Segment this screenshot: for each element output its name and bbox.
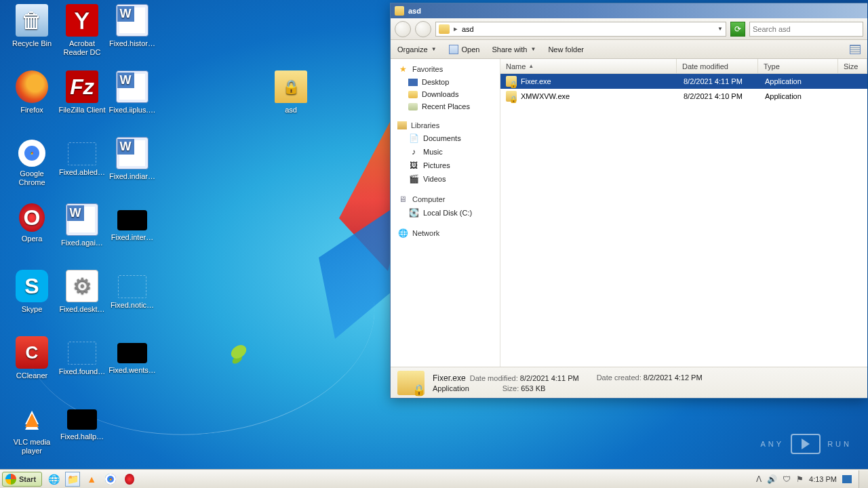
desktop-icon-fixed-indiar-[interactable]: Fixed.indiar… (107, 137, 157, 181)
opera-icon (19, 203, 45, 232)
documents-icon: 📄 (408, 134, 419, 143)
desktop-icon-fixed-histor-[interactable]: Fixed.histor… (107, 4, 157, 48)
desktop-icon-acrobat-reader-dc[interactable]: Acrobat Reader DC (57, 4, 107, 57)
taskbar-opera-icon[interactable] (122, 472, 137, 487)
nav-recent-places[interactable]: Recent Places (391, 100, 500, 112)
tray-security-icon[interactable]: 🛡 (783, 474, 791, 484)
taskbar-vlc-icon[interactable]: ▲ (84, 472, 99, 487)
icon-label: Fixed.notic… (107, 301, 157, 310)
firefox-icon (16, 70, 48, 103)
details-name: Fixer.exe (433, 373, 466, 383)
taskbar-chrome-icon[interactable] (103, 472, 118, 487)
col-type[interactable]: Type (758, 59, 838, 73)
start-button[interactable]: Start (2, 472, 42, 487)
file-row[interactable]: XMWXVW.exe8/2/2021 4:10 PMApplication (500, 89, 867, 104)
desktop-icon-fixed-iiplus-[interactable]: Fixed.iiplus.… (107, 70, 157, 115)
tray-volume-icon[interactable]: 🔊 (767, 474, 777, 484)
desktop-icon-fixed-hallp-[interactable]: Fixed.hallp… (57, 403, 107, 441)
new-folder-button[interactable]: New folder (548, 45, 584, 54)
nav-pane: ★Favorites Desktop Downloads Recent Plac… (391, 59, 500, 367)
nav-back-button[interactable] (395, 21, 411, 37)
word-icon (116, 4, 149, 37)
system-tray: ⴷ 🔊 🛡 ⚑ 4:13 PM (756, 474, 856, 484)
tray-clock[interactable]: 4:13 PM (809, 475, 837, 483)
nav-network[interactable]: 🌐Network (391, 226, 500, 239)
desktop-icon-google-chrome[interactable]: Google Chrome (7, 137, 57, 187)
nav-documents[interactable]: 📄Documents (391, 131, 500, 144)
view-options-button[interactable] (850, 45, 861, 54)
downloads-icon (408, 91, 418, 98)
desktop-icon-fixed-abled-[interactable]: Fixed.abled… (57, 137, 107, 177)
address-bar[interactable]: ▸ asd ▼ (435, 22, 726, 37)
placeholder-icon (68, 142, 96, 165)
show-desktop-button[interactable] (859, 470, 868, 488)
desktop-icon-skype[interactable]: Skype (7, 270, 57, 314)
tray-network-icon[interactable] (842, 475, 852, 483)
desktop-icon-filezilla-client[interactable]: FileZilla Client (57, 70, 107, 115)
play-icon (791, 434, 821, 454)
desktop-icon-opera[interactable]: Opera (7, 203, 57, 243)
windows-orb-icon (5, 474, 16, 485)
file-row[interactable]: Fixer.exe8/2/2021 4:11 PMApplication (500, 74, 867, 89)
col-size[interactable]: Size (838, 59, 867, 73)
nav-libraries[interactable]: Libraries (391, 119, 500, 131)
organize-button[interactable]: Organize▼ (397, 45, 437, 54)
nav-music[interactable]: ♪Music (391, 144, 500, 158)
taskbar-explorer-icon[interactable]: 📁 (65, 472, 80, 487)
tray-expand-icon[interactable]: ⴷ (756, 474, 762, 484)
watermark-right: RUN (827, 440, 852, 448)
desktop-icon-fixed-notic-[interactable]: Fixed.notic… (107, 270, 157, 310)
chevron-down-icon: ▼ (431, 46, 437, 52)
desktop-icon-firefox[interactable]: Firefox (7, 70, 57, 115)
tray-flag-icon[interactable]: ⚑ (796, 474, 804, 484)
black-icon (117, 343, 147, 363)
file-name: XMWXVW.exe (521, 92, 684, 100)
desktop-icon-fixed-inter-[interactable]: Fixed.inter… (107, 203, 157, 242)
folder-icon (275, 70, 307, 103)
nav-local-disk-c[interactable]: 💽Local Disk (C:) (391, 205, 500, 219)
icon-label: Fixed.indiar… (107, 172, 157, 181)
explorer-titlebar[interactable]: asd (391, 3, 867, 18)
icon-label: CCleaner (7, 371, 57, 380)
refresh-button[interactable]: ⟳ (730, 22, 745, 37)
nav-downloads[interactable]: Downloads (391, 87, 500, 100)
recent-icon (408, 103, 418, 110)
file-rows: Fixer.exe8/2/2021 4:11 PMApplicationXMWX… (500, 74, 867, 367)
desktop-icon-fixed-deskt-[interactable]: Fixed.deskt… (57, 270, 107, 314)
desktop-icon-fixed-found-[interactable]: Fixed.found… (57, 336, 107, 376)
date-modified-label: Date modified: (470, 374, 518, 382)
desktop-icon-fixed-agai-[interactable]: Fixed.agai… (57, 203, 107, 247)
chevron-down-icon[interactable]: ▼ (717, 26, 723, 32)
desktop-icon-asd[interactable]: asd (266, 70, 316, 115)
icon-label: Google Chrome (7, 169, 57, 187)
desktop-icon-ccleaner[interactable]: CCleaner (7, 336, 57, 380)
search-input[interactable] (749, 22, 863, 37)
icon-label: Fixed.inter… (107, 233, 157, 242)
col-name[interactable]: Name▲ (500, 59, 677, 73)
taskbar-ie-icon[interactable]: 🌐 (46, 472, 61, 487)
disk-icon: 💽 (408, 208, 419, 218)
column-headers: Name▲ Date modified Type Size (500, 59, 867, 74)
exe-icon (506, 76, 517, 87)
desktop-icon-recycle-bin[interactable]: Recycle Bin (7, 4, 57, 48)
nav-computer[interactable]: 🖥Computer (391, 192, 500, 205)
black-icon (117, 210, 147, 230)
nav-desktop[interactable]: Desktop (391, 75, 500, 87)
open-icon (449, 45, 458, 54)
desktop-icon-fixed-wents-[interactable]: Fixed.wents… (107, 336, 157, 375)
file-date: 8/2/2021 4:11 PM (684, 77, 765, 85)
share-with-button[interactable]: Share with▼ (492, 45, 536, 54)
nav-favorites[interactable]: ★Favorites (391, 62, 500, 75)
col-date-modified[interactable]: Date modified (677, 59, 758, 73)
nav-videos[interactable]: 🎬Videos (391, 171, 500, 185)
nav-pictures[interactable]: 🖼Pictures (391, 158, 500, 171)
taskbar: Start 🌐 📁 ▲ ⴷ 🔊 🛡 ⚑ 4:13 PM (0, 469, 868, 488)
file-type: Application (765, 77, 845, 85)
desktop-icon-vlc-media-player[interactable]: VLC media player (7, 403, 57, 455)
open-button[interactable]: Open (449, 45, 480, 54)
size-value: 653 KB (521, 384, 545, 392)
ccl-icon (16, 336, 48, 369)
date-created-label: Date created: (597, 373, 642, 382)
nav-forward-button[interactable] (415, 21, 431, 37)
icon-label: Recycle Bin (7, 39, 57, 48)
